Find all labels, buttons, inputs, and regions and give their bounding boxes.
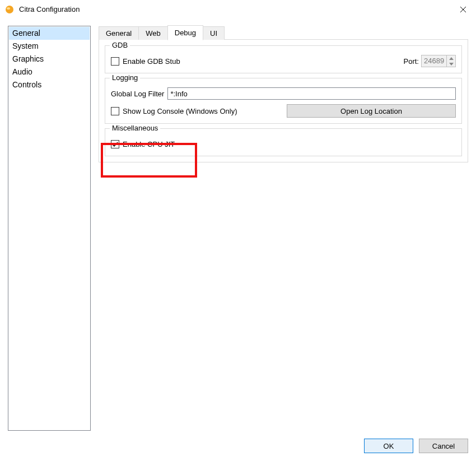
checkbox-box[interactable] [111, 140, 119, 148]
sidebar-item-general[interactable]: General [9, 27, 90, 40]
port-label: Port: [404, 57, 419, 66]
port-field: Port: 24689 [404, 55, 456, 67]
button-label: Cancel [432, 442, 455, 450]
ok-button[interactable]: OK [364, 439, 413, 453]
window-title: Citra Configuration [19, 5, 80, 13]
checkbox-show-log-console[interactable]: Show Log Console (Windows Only) [111, 105, 237, 117]
tab-debug[interactable]: Debug [167, 25, 203, 40]
sidebar-item-graphics[interactable]: Graphics [9, 53, 90, 66]
sidebar-item-label: Audio [12, 67, 32, 76]
tab-web[interactable]: Web [138, 26, 168, 40]
port-spinbox[interactable]: 24689 [421, 55, 456, 67]
checkbox-label: Show Log Console (Windows Only) [123, 107, 237, 115]
body: General System Graphics Audio Controls G… [0, 19, 476, 431]
app-icon [4, 4, 15, 15]
tab-label: UI [210, 29, 217, 38]
sidebar-item-label: System [12, 41, 39, 50]
main: General Web Debug UI GDB Enable GDB Stub [99, 26, 468, 431]
cancel-button[interactable]: Cancel [419, 439, 468, 453]
group-logging: Logging Global Log Filter Show Log Conso… [105, 78, 462, 124]
svg-point-1 [7, 7, 10, 10]
tab-label: Debug [175, 29, 196, 37]
checkbox-label: Enable GDB Stub [123, 57, 180, 66]
tab-ui[interactable]: UI [203, 26, 225, 40]
checkbox-label: Enable CPU JIT [123, 140, 175, 148]
tab-content-debug: GDB Enable GDB Stub Port: 24689 [99, 40, 468, 162]
group-title-misc: Miscellaneous [110, 124, 160, 132]
group-title-gdb: GDB [110, 41, 130, 49]
port-spin-down[interactable] [447, 61, 455, 67]
close-button[interactable] [450, 0, 476, 19]
svg-point-0 [6, 6, 13, 13]
checkbox-enable-cpu-jit[interactable]: Enable CPU JIT [111, 138, 456, 150]
sidebar-item-system[interactable]: System [9, 40, 90, 53]
tab-label: Web [146, 29, 161, 38]
sidebar-item-audio[interactable]: Audio [9, 66, 90, 78]
port-value[interactable]: 24689 [422, 55, 446, 67]
group-gdb: GDB Enable GDB Stub Port: 24689 [105, 45, 462, 73]
open-log-location-button[interactable]: Open Log Location [287, 104, 456, 118]
checkbox-box[interactable] [111, 57, 119, 66]
checkbox-enable-gdb-stub[interactable]: Enable GDB Stub [111, 55, 180, 67]
sidebar-item-controls[interactable]: Controls [9, 78, 90, 91]
svg-marker-5 [449, 63, 454, 66]
log-filter-input[interactable] [167, 87, 456, 100]
checkbox-box[interactable] [111, 107, 119, 115]
port-spin-up[interactable] [447, 55, 455, 61]
tab-label: General [106, 29, 132, 38]
log-filter-label: Global Log Filter [111, 90, 164, 98]
button-label: Open Log Location [340, 107, 402, 115]
sidebar-item-label: General [12, 29, 40, 38]
titlebar: Citra Configuration [0, 0, 476, 19]
sidebar-item-label: Graphics [12, 54, 44, 63]
footer: OK Cancel [0, 431, 476, 461]
group-title-logging: Logging [110, 73, 140, 82]
button-label: OK [384, 442, 394, 450]
tabstrip: General Web Debug UI [99, 26, 468, 40]
svg-marker-4 [449, 57, 454, 60]
group-miscellaneous: Miscellaneous Enable CPU JIT [105, 128, 462, 156]
tab-general[interactable]: General [99, 26, 139, 40]
sidebar: General System Graphics Audio Controls [8, 26, 91, 431]
config-window: Citra Configuration General System Graph… [0, 0, 476, 461]
sidebar-item-label: Controls [12, 80, 41, 89]
